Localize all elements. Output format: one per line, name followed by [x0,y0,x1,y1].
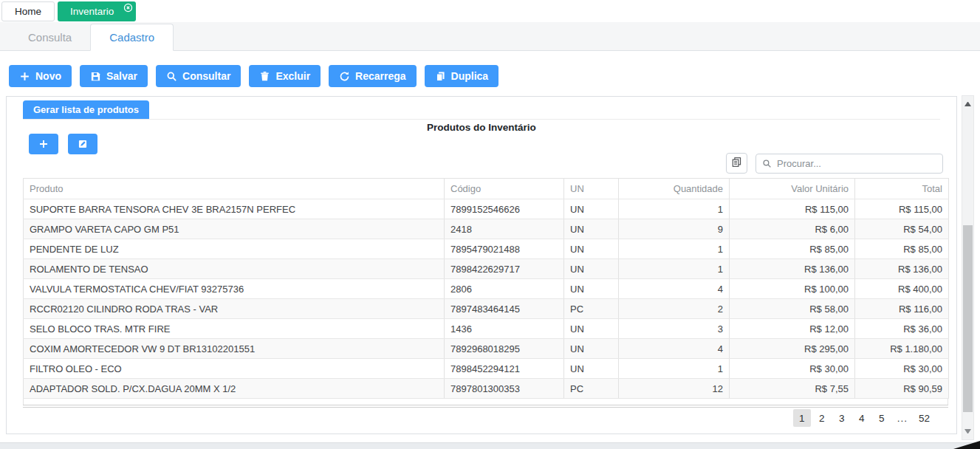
edit-row-button[interactable] [68,134,97,154]
novo-button[interactable]: Novo [9,65,72,87]
table-cell: UN [564,319,619,339]
table-cell: R$ 36,00 [855,319,949,339]
scroll-up-icon[interactable] [964,102,971,106]
close-icon[interactable] [123,3,133,13]
table-cell: R$ 30,00 [855,359,949,379]
table-row[interactable]: VALVULA TERMOSTATICA CHEV/FIAT 932757362… [24,279,949,299]
button-label: Consultar [182,70,230,82]
vertical-scrollbar[interactable] [962,95,974,440]
table-cell: R$ 30,00 [730,359,855,379]
pencil-square-icon [78,139,88,149]
column-header[interactable]: Total [855,179,949,199]
table-row[interactable]: PENDENTE DE LUZ7895479021488UN1R$ 85,00R… [24,239,949,259]
products-table: ProdutoCódigoUNQuantidadeValor UnitárioT… [23,178,949,399]
table-cell: 7897801300353 [445,379,564,399]
table-cell: 1 [619,239,730,259]
column-header[interactable]: UN [564,179,619,199]
consultar-button[interactable]: Consultar [156,65,241,87]
table-cell: R$ 136,00 [730,259,855,279]
list-header: Gerar lista de produtos [23,100,940,120]
window-tab-inventario-label: Inventario [70,6,114,17]
page-button-1[interactable]: 1 [793,409,811,427]
table-cell: COXIM AMORTECEDOR VW 9 DT BR13102201551 [24,339,445,359]
page-button-4[interactable]: 4 [853,409,871,427]
table-cell: FILTRO OLEO - ECO [24,359,445,379]
search-wrap [755,154,943,174]
generate-product-list-button[interactable]: Gerar lista de produtos [23,100,149,119]
tab-consulta[interactable]: Consulta [10,24,90,50]
table-cell: UN [564,239,619,259]
table-cell: R$ 295,00 [730,339,855,359]
window-tab-inventario[interactable]: Inventario [58,1,136,21]
page-button-52[interactable]: 52 [914,409,934,427]
clipped-row [23,399,948,405]
table-row[interactable]: FILTRO OLEO - ECO7898452294121UN1R$ 30,0… [24,359,949,379]
table-cell: 7892968018295 [445,339,564,359]
table-row[interactable]: SELO BLOCO TRAS. MTR FIRE1436UN3R$ 12,00… [24,319,949,339]
table-cell: 7898452294121 [445,359,564,379]
scrollbar-thumb[interactable] [963,225,973,412]
page-button-5[interactable]: 5 [873,409,891,427]
page-button-3[interactable]: 3 [833,409,851,427]
table-cell: 2418 [445,219,564,239]
table-row[interactable]: COXIM AMORTECEDOR VW 9 DT BR131022015517… [24,339,949,359]
table-cell: RCCR02120 CILINDRO RODA TRAS - VAR [24,299,445,319]
plus-icon [38,139,49,149]
table-cell: ROLAMENTO DE TENSAO [24,259,445,279]
table-end-border [23,405,948,408]
salvar-button[interactable]: Salvar [80,65,148,87]
trash-icon [259,71,270,82]
table-cell: 3 [619,319,730,339]
table-cell: R$ 85,00 [855,239,949,259]
table-cell: SELO BLOCO TRAS. MTR FIRE [24,319,445,339]
add-row-button[interactable] [29,134,58,154]
page-ellipsis: ... [893,409,912,427]
table-cell: 4 [619,279,730,299]
column-header[interactable]: Código [445,179,564,199]
scroll-down-icon[interactable] [964,429,971,433]
table-cell: R$ 54,00 [855,219,949,239]
recarrega-button[interactable]: Recarrega [329,65,417,87]
table-row[interactable]: ROLAMENTO DE TENSAO7898422629717UN1R$ 13… [24,259,949,279]
copy-table-button[interactable] [726,153,747,174]
generate-product-list-label: Gerar lista de produtos [33,104,139,115]
window-tab-strip: Home Inventario [0,0,980,22]
table-body: SUPORTE BARRA TENSORA CHEV 3E BRA2157N P… [24,199,949,399]
table-cell: GRAMPO VARETA CAPO GM P51 [24,219,445,239]
column-header[interactable]: Quantidade [619,179,730,199]
column-header[interactable]: Produto [24,179,445,199]
table-cell: UN [564,199,619,219]
table-cell: R$ 1.180,00 [855,339,949,359]
tab-cadastro[interactable]: Cadastro [90,24,174,51]
table-cell: 12 [619,379,730,399]
button-label: Excluir [275,70,310,82]
refresh-icon [339,71,350,82]
excluir-button[interactable]: Excluir [249,65,321,87]
page-button-2[interactable]: 2 [813,409,831,427]
table-row[interactable]: RCCR02120 CILINDRO RODA TRAS - VAR789748… [24,299,949,319]
table-cell: 1 [619,259,730,279]
table-cell: 1436 [445,319,564,339]
table-cell: UN [564,219,619,239]
duplica-button[interactable]: Duplica [425,65,499,87]
window-tab-home-label: Home [15,6,41,17]
window-tab-home[interactable]: Home [1,1,55,21]
button-label: Salvar [106,70,137,82]
table-cell: 4 [619,339,730,359]
table-row[interactable]: SUPORTE BARRA TENSORA CHEV 3E BRA2157N P… [24,199,949,219]
tab-cadastro-label: Cadastro [109,31,154,44]
table-cell: 1 [619,359,730,379]
table-cell: R$ 7,55 [730,379,855,399]
table-cell: 2806 [445,279,564,299]
table-cell: SUPORTE BARRA TENSORA CHEV 3E BRA2157N P… [24,199,445,219]
table-cell: PC [564,299,619,319]
table-row[interactable]: GRAMPO VARETA CAPO GM P512418UN9R$ 6,00R… [24,219,949,239]
search-icon [166,71,177,82]
table-cell: R$ 136,00 [855,259,949,279]
table-row[interactable]: ADAPTADOR SOLD. P/CX.DAGUA 20MM X 1/2789… [24,379,949,399]
row-actions [29,134,97,154]
search-input[interactable] [755,154,943,174]
column-header[interactable]: Valor Unitário [730,179,855,199]
table-cell: UN [564,279,619,299]
button-label: Duplica [451,70,489,82]
